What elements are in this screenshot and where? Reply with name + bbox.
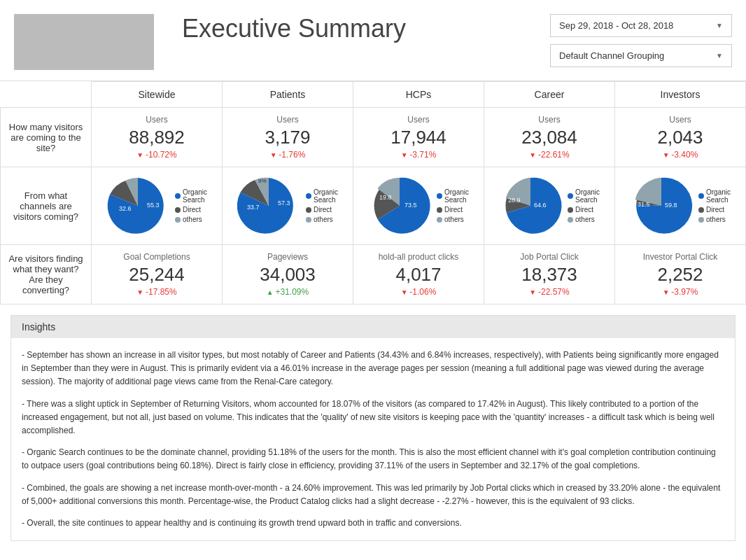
metric-value: 3,179 <box>228 127 347 148</box>
pie-container-hcps: 73.5 19.8 OrganicSearch Direct <box>359 174 478 237</box>
metric-value: 17,944 <box>359 127 478 148</box>
metric-value: 18,373 <box>490 264 609 286</box>
date-range-arrow-icon: ▼ <box>716 22 723 29</box>
channel-grouping-label: Default Channel Grouping <box>559 50 664 61</box>
metric-change: -17.85% <box>97 287 216 297</box>
metric-change: -3.71% <box>359 150 478 160</box>
metric-value: 23,084 <box>490 127 609 148</box>
legend-label-direct: Direct <box>183 206 201 214</box>
row-label-channels: From what channels are visitors coming? <box>1 167 92 245</box>
header: Executive Summary Sep 29, 2018 - Oct 28,… <box>0 0 746 81</box>
legend-dot-others <box>175 217 181 223</box>
pie-chart-career: 64.6 28.9 <box>499 174 562 237</box>
row-visitors: How many visitors are coming to the site… <box>1 108 746 167</box>
cell-conversions-investors: Investor Portal Click 2,252 -3.97% <box>615 245 746 304</box>
cell-visitors-hcps: Users 17,944 -3.71% <box>353 108 484 167</box>
col-header-hcps: HCPs <box>353 82 484 108</box>
metric-value: 25,244 <box>97 264 216 286</box>
metric-change: -3.40% <box>621 150 740 160</box>
metric-label: Users <box>228 115 347 125</box>
metric-label: Job Portal Click <box>490 252 609 262</box>
metric-change: -1.06% <box>359 287 478 297</box>
legend-label-others: others <box>444 216 464 223</box>
insights-section: Insights - September has shown an increa… <box>10 315 736 541</box>
svg-text:64.6: 64.6 <box>534 202 547 209</box>
channel-grouping-arrow-icon: ▼ <box>716 52 723 59</box>
date-range-dropdown[interactable]: Sep 29, 2018 - Oct 28, 2018 ▼ <box>550 14 732 37</box>
main-table: Sitewide Patients HCPs Career Investors … <box>0 81 746 304</box>
channel-grouping-dropdown[interactable]: Default Channel Grouping ▼ <box>550 44 732 67</box>
cell-conversions-hcps: hold-all product clicks 4,017 -1.06% <box>353 245 484 304</box>
row-label-visitors: How many visitors are coming to the site… <box>1 108 92 167</box>
insights-header: Insights <box>11 316 735 338</box>
legend-item-organic: OrganicSearch <box>306 188 338 204</box>
svg-text:28.9: 28.9 <box>508 197 521 204</box>
svg-text:33.7: 33.7 <box>247 204 260 211</box>
metric-value: 2,252 <box>621 264 740 286</box>
svg-text:59.8: 59.8 <box>665 202 677 209</box>
pie-container-patients: 57.3 33.7 9% OrganicSearch Direct <box>228 174 347 237</box>
metric-value: 4,017 <box>359 264 478 286</box>
metric-label: Users <box>97 115 216 125</box>
legend-item-direct: Direct <box>698 206 731 214</box>
insight-paragraph-3: - Organic Search continues to be the dom… <box>22 446 724 472</box>
svg-text:9%: 9% <box>258 178 267 184</box>
legend-dot-organic <box>306 193 311 199</box>
cell-channels-hcps: 73.5 19.8 OrganicSearch Direct <box>353 167 484 245</box>
cell-channels-sitewide: 55.3 32.6 OrganicSearch Direct <box>92 167 223 245</box>
metric-change: -1.76% <box>228 150 347 160</box>
col-header-patients: Patients <box>223 82 353 108</box>
col-header-investors: Investors <box>615 82 746 108</box>
pie-container-sitewide: 55.3 32.6 OrganicSearch Direct <box>97 174 216 237</box>
legend-label-direct: Direct <box>314 206 332 214</box>
date-range-label: Sep 29, 2018 - Oct 28, 2018 <box>559 20 673 31</box>
legend-label-organic: OrganicSearch <box>444 188 469 204</box>
metric-label: Users <box>359 115 478 125</box>
legend-patients: OrganicSearch Direct others <box>306 188 338 223</box>
pie-container-investors: 59.8 31.5 OrganicSearch Direct <box>621 174 740 237</box>
svg-text:55.3: 55.3 <box>147 202 160 209</box>
legend-item-others: others <box>698 216 731 223</box>
metric-change: -3.97% <box>621 287 740 297</box>
svg-text:73.5: 73.5 <box>404 202 417 209</box>
legend-sitewide: OrganicSearch Direct others <box>175 188 207 223</box>
legend-label-organic: OrganicSearch <box>575 188 600 204</box>
cell-conversions-sitewide: Goal Completions 25,244 -17.85% <box>92 245 223 304</box>
legend-item-organic: OrganicSearch <box>698 188 731 204</box>
title-area: Executive Summary <box>182 14 550 43</box>
metric-value: 88,892 <box>97 127 216 148</box>
metric-change: -22.57% <box>490 287 609 297</box>
legend-item-others: others <box>175 216 207 223</box>
legend-investors: OrganicSearch Direct others <box>698 188 731 223</box>
metric-label: Investor Portal Click <box>621 252 740 262</box>
svg-text:57.3: 57.3 <box>278 200 290 206</box>
col-header-sitewide: Sitewide <box>92 82 223 108</box>
legend-item-direct: Direct <box>437 206 469 214</box>
pie-container-career: 64.6 28.9 OrganicSearch Direct <box>490 174 609 237</box>
legend-item-others: others <box>568 216 600 223</box>
legend-dot-organic <box>175 193 181 199</box>
row-conversions: Are visitors finding what they want? Are… <box>1 245 746 304</box>
legend-dot-direct <box>175 207 181 213</box>
legend-item-direct: Direct <box>175 206 207 214</box>
metric-label: Goal Completions <box>97 252 216 262</box>
cell-visitors-career: Users 23,084 -22.61% <box>484 108 615 167</box>
pie-chart-sitewide: 55.3 32.6 <box>106 174 169 237</box>
legend-item-organic: OrganicSearch <box>175 188 207 204</box>
legend-dot-organic <box>437 193 442 199</box>
metric-label: Pageviews <box>228 252 347 262</box>
empty-header <box>1 82 92 108</box>
legend-label-direct: Direct <box>575 206 593 214</box>
pie-chart-patients: 57.3 33.7 9% <box>237 174 300 237</box>
cell-conversions-career: Job Portal Click 18,373 -22.57% <box>484 245 615 304</box>
legend-label-organic: OrganicSearch <box>314 188 338 204</box>
insight-paragraph-4: - Combined, the goals are showing a net … <box>22 482 724 508</box>
controls-area: Sep 29, 2018 - Oct 28, 2018 ▼ Default Ch… <box>550 14 732 67</box>
row-label-conversions: Are visitors finding what they want? Are… <box>1 245 92 304</box>
legend-dot-direct <box>568 207 573 213</box>
legend-item-organic: OrganicSearch <box>437 188 469 204</box>
svg-text:19.8: 19.8 <box>379 194 392 201</box>
row-channels: From what channels are visitors coming? <box>1 167 746 245</box>
insights-body: - September has shown an increase in all… <box>11 338 735 540</box>
legend-dot-direct <box>306 207 311 213</box>
